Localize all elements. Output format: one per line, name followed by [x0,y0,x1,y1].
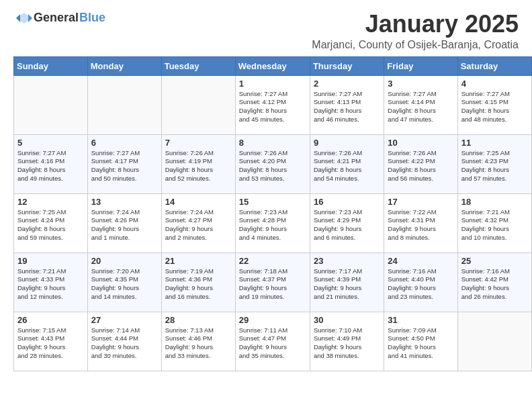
calendar-cell [161,75,235,134]
day-number: 2 [314,79,380,89]
day-number: 22 [239,256,306,266]
day-info: Sunrise: 7:25 AM Sunset: 4:24 PM Dayligh… [17,208,84,242]
day-info: Sunrise: 7:13 AM Sunset: 4:46 PM Dayligh… [165,326,232,361]
day-number: 9 [314,138,380,148]
week-row-4: 19Sunrise: 7:21 AM Sunset: 4:33 PM Dayli… [14,253,532,312]
day-info: Sunrise: 7:11 AM Sunset: 4:47 PM Dayligh… [239,326,306,361]
day-number: 3 [388,79,453,89]
day-number: 5 [17,138,84,148]
week-row-2: 5Sunrise: 7:27 AM Sunset: 4:16 PM Daylig… [14,134,532,193]
week-row-1: 1Sunrise: 7:27 AM Sunset: 4:12 PM Daylig… [14,75,532,134]
calendar-cell: 7Sunrise: 7:26 AM Sunset: 4:19 PM Daylig… [161,134,235,193]
day-number: 16 [314,197,380,207]
calendar-wrapper: SundayMondayTuesdayWednesdayThursdayFrid… [0,56,532,378]
calendar-body: 1Sunrise: 7:27 AM Sunset: 4:12 PM Daylig… [14,75,532,371]
calendar-cell: 2Sunrise: 7:27 AM Sunset: 4:13 PM Daylig… [310,75,384,134]
day-number: 13 [91,197,158,207]
calendar-cell: 26Sunrise: 7:15 AM Sunset: 4:43 PM Dayli… [14,312,88,371]
day-info: Sunrise: 7:14 AM Sunset: 4:44 PM Dayligh… [91,326,158,361]
day-info: Sunrise: 7:23 AM Sunset: 4:29 PM Dayligh… [314,208,380,242]
weekday-header-sunday: Sunday [14,56,88,75]
day-number: 1 [239,79,306,89]
day-info: Sunrise: 7:20 AM Sunset: 4:35 PM Dayligh… [91,267,158,302]
calendar-cell: 14Sunrise: 7:24 AM Sunset: 4:27 PM Dayli… [161,193,235,253]
day-info: Sunrise: 7:22 AM Sunset: 4:31 PM Dayligh… [388,208,453,242]
calendar-cell: 18Sunrise: 7:21 AM Sunset: 4:32 PM Dayli… [457,193,531,253]
day-number: 18 [461,197,528,207]
day-info: Sunrise: 7:26 AM Sunset: 4:19 PM Dayligh… [165,149,232,183]
day-number: 24 [388,256,453,266]
logo-general-text: General [34,11,79,25]
day-info: Sunrise: 7:17 AM Sunset: 4:39 PM Dayligh… [314,267,380,302]
logo-blue-text: Blue [79,11,105,25]
day-number: 6 [91,138,158,148]
day-info: Sunrise: 7:26 AM Sunset: 4:21 PM Dayligh… [314,149,380,183]
day-info: Sunrise: 7:24 AM Sunset: 4:27 PM Dayligh… [165,208,232,242]
calendar-subtitle: Marjanci, County of Osijek-Baranja, Croa… [312,39,519,51]
day-info: Sunrise: 7:24 AM Sunset: 4:26 PM Dayligh… [91,208,158,242]
calendar-cell: 16Sunrise: 7:23 AM Sunset: 4:29 PM Dayli… [310,193,384,253]
weekday-header-friday: Friday [384,56,457,75]
day-info: Sunrise: 7:27 AM Sunset: 4:14 PM Dayligh… [388,90,453,124]
calendar-cell: 19Sunrise: 7:21 AM Sunset: 4:33 PM Dayli… [14,253,88,312]
day-number: 7 [165,138,232,148]
calendar-cell: 24Sunrise: 7:16 AM Sunset: 4:40 PM Dayli… [384,253,457,312]
calendar-cell: 9Sunrise: 7:26 AM Sunset: 4:21 PM Daylig… [310,134,384,193]
calendar-title: January 2025 [312,11,519,38]
calendar-cell [87,75,161,134]
day-info: Sunrise: 7:16 AM Sunset: 4:42 PM Dayligh… [461,267,528,302]
day-number: 12 [17,197,84,207]
calendar-cell: 25Sunrise: 7:16 AM Sunset: 4:42 PM Dayli… [457,253,531,312]
day-info: Sunrise: 7:15 AM Sunset: 4:43 PM Dayligh… [17,326,84,361]
day-number: 8 [239,138,306,148]
day-number: 30 [314,315,380,325]
day-info: Sunrise: 7:09 AM Sunset: 4:50 PM Dayligh… [388,326,453,361]
calendar-cell: 12Sunrise: 7:25 AM Sunset: 4:24 PM Dayli… [14,193,88,253]
calendar-cell [457,312,531,371]
day-number: 15 [239,197,306,207]
day-info: Sunrise: 7:27 AM Sunset: 4:16 PM Dayligh… [17,149,84,183]
calendar-cell: 8Sunrise: 7:26 AM Sunset: 4:20 PM Daylig… [235,134,310,193]
day-info: Sunrise: 7:21 AM Sunset: 4:32 PM Dayligh… [461,208,528,242]
weekday-header-row: SundayMondayTuesdayWednesdayThursdayFrid… [14,56,532,75]
calendar-cell: 10Sunrise: 7:26 AM Sunset: 4:22 PM Dayli… [384,134,457,193]
calendar-cell [14,75,88,134]
day-number: 23 [314,256,380,266]
calendar-cell: 31Sunrise: 7:09 AM Sunset: 4:50 PM Dayli… [384,312,457,371]
day-number: 10 [388,138,453,148]
day-number: 27 [91,315,158,325]
calendar-cell: 15Sunrise: 7:23 AM Sunset: 4:28 PM Dayli… [235,193,310,253]
day-info: Sunrise: 7:27 AM Sunset: 4:17 PM Dayligh… [91,149,158,183]
week-row-3: 12Sunrise: 7:25 AM Sunset: 4:24 PM Dayli… [14,193,532,253]
calendar-cell: 6Sunrise: 7:27 AM Sunset: 4:17 PM Daylig… [87,134,161,193]
day-number: 25 [461,256,528,266]
logo: General Blue [13,11,105,25]
title-block: January 2025 Marjanci, County of Osijek-… [312,11,519,51]
calendar-cell: 27Sunrise: 7:14 AM Sunset: 4:44 PM Dayli… [87,312,161,371]
day-info: Sunrise: 7:26 AM Sunset: 4:20 PM Dayligh… [239,149,306,183]
day-number: 31 [388,315,453,325]
calendar-cell: 4Sunrise: 7:27 AM Sunset: 4:15 PM Daylig… [457,75,531,134]
calendar-cell: 1Sunrise: 7:27 AM Sunset: 4:12 PM Daylig… [235,75,310,134]
day-number: 4 [461,79,528,89]
day-info: Sunrise: 7:16 AM Sunset: 4:40 PM Dayligh… [388,267,453,302]
weekday-header-wednesday: Wednesday [235,56,310,75]
day-number: 21 [165,256,232,266]
day-info: Sunrise: 7:23 AM Sunset: 4:28 PM Dayligh… [239,208,306,242]
day-info: Sunrise: 7:26 AM Sunset: 4:22 PM Dayligh… [388,149,453,183]
day-number: 20 [91,256,158,266]
calendar-cell: 21Sunrise: 7:19 AM Sunset: 4:36 PM Dayli… [161,253,235,312]
weekday-header-tuesday: Tuesday [161,56,235,75]
day-info: Sunrise: 7:27 AM Sunset: 4:13 PM Dayligh… [314,90,380,124]
day-number: 14 [165,197,232,207]
calendar-cell: 29Sunrise: 7:11 AM Sunset: 4:47 PM Dayli… [235,312,310,371]
calendar-cell: 22Sunrise: 7:18 AM Sunset: 4:37 PM Dayli… [235,253,310,312]
week-row-5: 26Sunrise: 7:15 AM Sunset: 4:43 PM Dayli… [14,312,532,371]
day-number: 28 [165,315,232,325]
day-info: Sunrise: 7:25 AM Sunset: 4:23 PM Dayligh… [461,149,528,183]
day-info: Sunrise: 7:19 AM Sunset: 4:36 PM Dayligh… [165,267,232,302]
day-info: Sunrise: 7:21 AM Sunset: 4:33 PM Dayligh… [17,267,84,302]
calendar-cell: 30Sunrise: 7:10 AM Sunset: 4:49 PM Dayli… [310,312,384,371]
logo-icon [15,11,34,25]
day-number: 26 [17,315,84,325]
